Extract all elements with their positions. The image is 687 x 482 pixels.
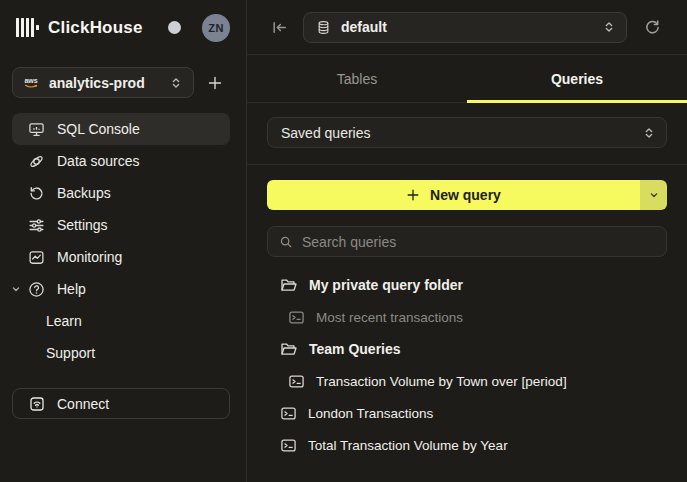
queries-panel: Saved queries New query bbox=[247, 103, 687, 482]
tab-label: Tables bbox=[337, 71, 377, 87]
aws-icon: aws bbox=[23, 75, 39, 91]
notification-dot-icon[interactable] bbox=[168, 21, 181, 34]
new-query-split-button: New query bbox=[267, 180, 667, 210]
sql-console-icon bbox=[28, 121, 45, 138]
sidebar-item-label: SQL Console bbox=[57, 121, 140, 137]
sidebar-nav: SQL ConsoleData sourcesBackupsSettingsMo… bbox=[12, 113, 230, 305]
connect-button[interactable]: Connect bbox=[12, 388, 230, 419]
org-selector[interactable]: aws analytics-prod bbox=[12, 67, 194, 98]
help-icon bbox=[28, 281, 45, 298]
tab-bar: TablesQueries bbox=[247, 55, 687, 103]
sidebar-subitem-support[interactable]: Support bbox=[12, 337, 230, 369]
clickhouse-logo-icon bbox=[16, 18, 39, 38]
user-avatar[interactable]: ZN bbox=[202, 14, 230, 42]
query-label: Transaction Volume by Town over [period] bbox=[316, 374, 567, 389]
new-query-button[interactable]: New query bbox=[267, 180, 640, 210]
query-folder-label: My private query folder bbox=[309, 277, 463, 293]
sidebar-item-settings[interactable]: Settings bbox=[12, 209, 230, 241]
query-folder-row[interactable]: My private query folder bbox=[267, 269, 667, 301]
data-sources-icon bbox=[28, 153, 45, 170]
main-topbar: default bbox=[247, 0, 687, 55]
sidebar-item-sql-console[interactable]: SQL Console bbox=[12, 113, 230, 145]
query-icon bbox=[288, 309, 305, 326]
query-row[interactable]: Transaction Volume by Town over [period] bbox=[267, 365, 667, 397]
tab-label: Queries bbox=[551, 71, 603, 87]
sidebar-header: ClickHouse ZN bbox=[12, 0, 230, 55]
add-service-button[interactable] bbox=[200, 68, 230, 98]
query-label: Most recent transactions bbox=[316, 310, 463, 325]
query-label: Total Transaction Volume by Year bbox=[308, 438, 508, 453]
connect-icon bbox=[29, 396, 45, 412]
chevron-updown-icon bbox=[642, 126, 656, 140]
backups-icon bbox=[28, 185, 45, 202]
query-label: London Transactions bbox=[308, 406, 433, 421]
saved-queries-selector[interactable]: Saved queries bbox=[267, 117, 667, 148]
sidebar-item-label: Data sources bbox=[57, 153, 139, 169]
sidebar-subitem-label: Support bbox=[46, 345, 95, 361]
sidebar-item-label: Backups bbox=[57, 185, 111, 201]
database-selector-value: default bbox=[341, 19, 602, 35]
sidebar-subitem-label: Learn bbox=[46, 313, 82, 329]
sidebar-item-label: Monitoring bbox=[57, 249, 122, 265]
query-folder-row[interactable]: Team Queries bbox=[267, 333, 667, 365]
query-icon bbox=[280, 405, 297, 422]
chevron-updown-icon bbox=[169, 76, 183, 90]
plus-icon bbox=[406, 188, 420, 202]
new-query-label: New query bbox=[430, 187, 501, 203]
search-queries-box bbox=[267, 226, 667, 257]
query-row[interactable]: London Transactions bbox=[267, 397, 667, 429]
chevron-down-icon[interactable] bbox=[10, 283, 22, 295]
folder-open-icon bbox=[280, 340, 298, 358]
sidebar-item-monitoring[interactable]: Monitoring bbox=[12, 241, 230, 273]
sidebar-item-data-sources[interactable]: Data sources bbox=[12, 145, 230, 177]
refresh-icon[interactable] bbox=[644, 19, 661, 36]
monitoring-icon bbox=[28, 249, 45, 266]
app-title: ClickHouse bbox=[48, 18, 143, 38]
query-icon bbox=[288, 373, 305, 390]
query-icon bbox=[280, 437, 297, 454]
query-tree: My private query folderMost recent trans… bbox=[267, 269, 667, 461]
query-row[interactable]: Most recent transactions bbox=[267, 301, 667, 333]
new-query-dropdown-button[interactable] bbox=[640, 180, 667, 210]
sidebar-item-help[interactable]: Help bbox=[12, 273, 230, 305]
app-window: ClickHouse ZN aws analytics-prod bbox=[0, 0, 687, 482]
tab-tables[interactable]: Tables bbox=[247, 55, 467, 102]
org-selector-row: aws analytics-prod bbox=[12, 67, 230, 98]
divider bbox=[247, 164, 687, 165]
query-folder-label: Team Queries bbox=[309, 341, 401, 357]
query-row[interactable]: Total Transaction Volume by Year bbox=[267, 429, 667, 461]
database-selector[interactable]: default bbox=[303, 12, 627, 43]
chevron-updown-icon bbox=[602, 20, 616, 34]
database-icon bbox=[316, 20, 331, 35]
main-panel: default TablesQueries Saved queries bbox=[247, 0, 687, 482]
search-icon bbox=[279, 235, 293, 249]
saved-queries-value: Saved queries bbox=[281, 125, 642, 141]
org-selector-value: analytics-prod bbox=[49, 75, 169, 91]
sidebar-item-label: Help bbox=[57, 281, 86, 297]
tab-queries[interactable]: Queries bbox=[467, 55, 687, 102]
help-subitems: LearnSupport bbox=[12, 305, 230, 369]
sidebar: ClickHouse ZN aws analytics-prod bbox=[0, 0, 247, 482]
search-queries-input[interactable] bbox=[302, 234, 656, 250]
sidebar-item-backups[interactable]: Backups bbox=[12, 177, 230, 209]
svg-text:aws: aws bbox=[24, 77, 37, 84]
connect-label: Connect bbox=[57, 396, 109, 412]
sidebar-item-label: Settings bbox=[57, 217, 108, 233]
collapse-sidebar-icon[interactable] bbox=[271, 19, 288, 36]
sidebar-subitem-learn[interactable]: Learn bbox=[12, 305, 230, 337]
folder-open-icon bbox=[280, 276, 298, 294]
settings-icon bbox=[28, 217, 45, 234]
